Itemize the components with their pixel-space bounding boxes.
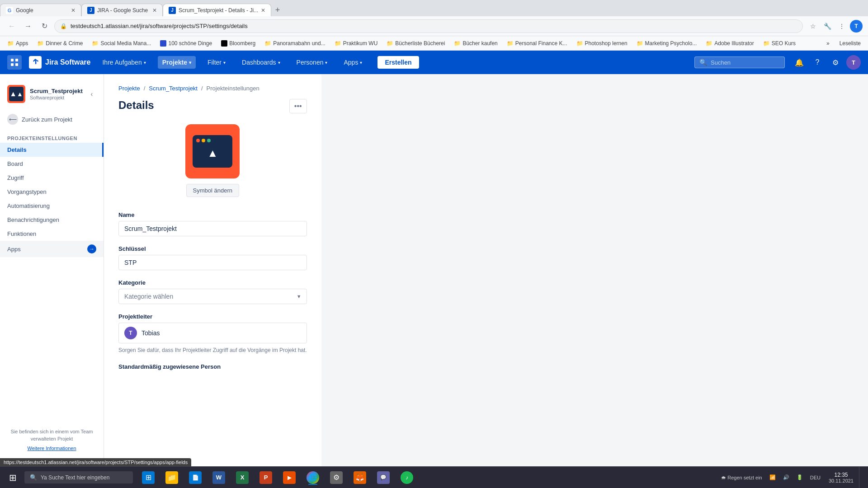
category-select[interactable]: Kategorie wählen (118, 289, 307, 304)
browser-menu-button[interactable]: ⋮ (835, 20, 848, 33)
taskbar-app-explorer[interactable]: 📁 (161, 469, 183, 486)
tab-google[interactable]: Google ✕ (0, 4, 81, 16)
bookmark-star-button[interactable]: ☆ (807, 20, 819, 33)
nav-filter[interactable]: Filter ▾ (203, 56, 230, 69)
bookmark-dinner[interactable]: 📁 Dinner & Crime (33, 39, 86, 47)
name-input[interactable] (118, 221, 307, 236)
address-bar[interactable]: 🔒 testdeutsch1.atlassian.net/jira/softwa… (54, 19, 803, 33)
bookmark-seo[interactable]: 📁 SEO Kurs (760, 39, 799, 47)
back-to-project-button[interactable]: ⟵ Zurück zum Projekt (0, 110, 104, 128)
tab-jira-search[interactable]: JIRA - Google Suche ✕ (81, 4, 163, 16)
sidebar-item-benachrichtigungen[interactable]: Benachrichtigungen (0, 213, 104, 227)
bookmark-social[interactable]: 📁 Social Media Mana... (88, 39, 155, 47)
tab-close-jira-details[interactable]: ✕ (261, 7, 265, 14)
taskbar-battery[interactable]: 🔋 (794, 473, 806, 482)
new-tab-button[interactable]: + (271, 4, 284, 16)
bookmark-photoshop[interactable]: 📁 Photoshop lernen (573, 39, 631, 47)
sidebar-footer-link[interactable]: Weitere Informationen (7, 445, 96, 452)
user-avatar[interactable]: T (846, 55, 861, 70)
taskbar-app-notepad[interactable]: 📄 (184, 469, 206, 486)
taskbar-app-settings[interactable]: ⚙ (326, 469, 347, 486)
breadcrumb: Projekte / Scrum_Testprojekt / Projektei… (118, 85, 307, 92)
windows-taskbar: ⊞ 🔍 Ya Suche Text hier eingeben ⊞ 📁 📄 W … (0, 466, 868, 488)
sidebar-item-vorgangstypen[interactable]: Vorgangstypen (0, 185, 104, 199)
bookmark-apps[interactable]: 📁 Apps (4, 39, 32, 47)
sidebar-item-funktionen[interactable]: Funktionen (0, 227, 104, 241)
bookmark-100-icon (160, 40, 166, 47)
help-button[interactable]: ? (810, 55, 825, 70)
taskbar-app-firefox[interactable]: 🦊 (349, 469, 371, 486)
back-button[interactable]: ← (5, 20, 18, 33)
tab-jira-details[interactable]: Scrum_Testprojekt - Details - Ji... ✕ (163, 4, 271, 16)
tab-close-google[interactable]: ✕ (71, 7, 75, 14)
breadcrumb-projekte[interactable]: Projekte (118, 85, 140, 92)
taskbar-app-powerpoint[interactable]: P (255, 469, 277, 486)
bookmarks-more-button[interactable]: » (824, 39, 832, 47)
nav-personen[interactable]: Personen ▾ (292, 56, 332, 69)
teams-icon: 💬 (377, 471, 390, 484)
key-input[interactable] (118, 255, 307, 270)
browser-profile-button[interactable]: T (850, 20, 863, 33)
taskbar-app-teams[interactable]: 💬 (373, 469, 394, 486)
taskbar-app-media[interactable]: ▶ (278, 469, 300, 486)
more-options-button[interactable]: ••• (289, 99, 307, 113)
taskbar-app-task-view[interactable]: ⊞ (137, 469, 159, 486)
windows-logo-icon: ⊞ (9, 472, 17, 483)
sidebar-item-board[interactable]: Board (0, 157, 104, 171)
project-big-icon[interactable]: ▲ (185, 124, 240, 178)
bookmark-marketing[interactable]: 📁 Marketing Psycholo... (633, 39, 701, 47)
bookmark-illustrator-icon: 📁 (706, 40, 712, 47)
notifications-button[interactable]: 🔔 (792, 55, 807, 70)
taskbar-app-word[interactable]: W (208, 469, 230, 486)
bookmark-bloomberg[interactable]: Bloomberg (217, 39, 259, 47)
sidebar-item-automatisierung[interactable]: Automatisierung (0, 199, 104, 213)
bookmark-illustrator[interactable]: 📁 Adobe Illustrator (702, 39, 757, 47)
taskbar-keyboard[interactable]: DEU (807, 473, 823, 482)
taskbar-app-spotify[interactable]: ♪ (396, 469, 418, 486)
change-icon-button[interactable]: Symbol ändern (186, 184, 239, 197)
bookmark-buecherliste[interactable]: 📁 Bücherliste Bücherei (383, 39, 448, 47)
sidebar-item-apps[interactable]: Apps → (0, 241, 104, 257)
windows-start-button[interactable]: ⊞ (2, 467, 24, 488)
jira-topnav: Jira Software Ihre Aufgaben ▾ Projekte ▾… (0, 51, 868, 74)
taskbar-app-excel[interactable]: X (231, 469, 253, 486)
forward-button[interactable]: → (22, 20, 34, 33)
bookmark-praktikum[interactable]: 📁 Praktikum WU (331, 39, 382, 47)
taskbar-network[interactable]: 📶 (767, 473, 778, 482)
reading-list-button[interactable]: Leseliste (836, 39, 864, 47)
jira-logo[interactable]: Jira Software (29, 56, 90, 69)
extensions-button[interactable]: 🔧 (821, 20, 834, 33)
nav-ihre-aufgaben[interactable]: Ihre Aufgaben ▾ (98, 56, 150, 69)
taskbar-volume[interactable]: 🔊 (780, 473, 792, 482)
breadcrumb-scrum[interactable]: Scrum_Testprojekt (149, 85, 198, 92)
sidebar-item-zugriff-label: Zugriff (7, 174, 24, 181)
leader-field[interactable]: T Tobias (118, 323, 307, 343)
taskbar-clock[interactable]: 12:35 30.11.2021 (825, 470, 857, 485)
apps-grid-button[interactable] (7, 55, 22, 70)
taskbar-search[interactable]: 🔍 Ya Suche Text hier eingeben (24, 471, 133, 483)
chevron-down-icon: ▾ (278, 60, 280, 65)
bookmark-100[interactable]: 100 schöne Dinge (156, 39, 216, 47)
sidebar-item-details[interactable]: Details (0, 143, 104, 157)
show-desktop-button[interactable] (859, 467, 863, 488)
bookmark-panorama[interactable]: 📁 Panoramabahn und... (261, 39, 329, 47)
sidebar-collapse-button[interactable]: ‹ (87, 89, 96, 99)
bookmark-personal-finance[interactable]: 📁 Personal Finance K... (503, 39, 571, 47)
sidebar-item-zugriff[interactable]: Zugriff (0, 171, 104, 185)
nav-apps[interactable]: Apps ▾ (339, 56, 367, 69)
reload-button[interactable]: ↻ (38, 20, 51, 33)
taskbar-app-chrome[interactable]: 🌐 (302, 469, 324, 486)
project-sidebar: ▲ Scrum_Testprojekt Softwareprojekt ‹ ⟵ … (0, 74, 104, 466)
taskbar-weather[interactable]: 🌧 Regen setzt ein (718, 473, 764, 482)
search-input[interactable] (711, 59, 774, 66)
nav-projekte[interactable]: Projekte ▾ (158, 56, 196, 69)
nav-dashboards[interactable]: Dashboards ▾ (237, 56, 285, 69)
tab-close-jira-search[interactable]: ✕ (152, 7, 157, 14)
bookmark-bucher-kaufen[interactable]: 📁 Bücher kaufen (450, 39, 501, 47)
bookmark-personal-finance-icon: 📁 (507, 40, 514, 47)
arrow-right-icon: → (87, 244, 96, 253)
settings-button[interactable]: ⚙ (828, 55, 843, 70)
search-bar[interactable]: 🔍 (694, 56, 785, 68)
create-button[interactable]: Erstellen (377, 56, 419, 69)
bookmark-bloomberg-label: Bloomberg (229, 40, 255, 47)
